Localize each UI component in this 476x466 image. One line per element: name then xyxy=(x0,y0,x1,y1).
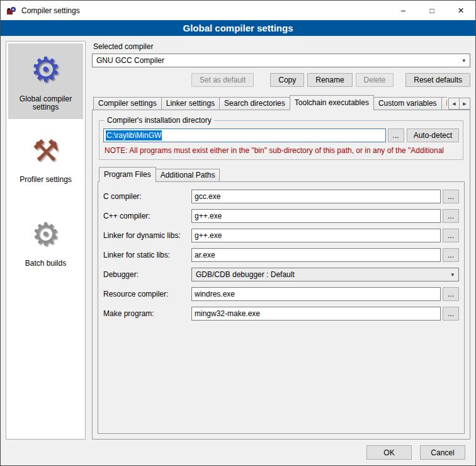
ok-button[interactable]: OK xyxy=(366,445,412,460)
c-compiler-label: C compiler: xyxy=(103,192,191,201)
form-row-cpp-compiler: C++ compiler: ... xyxy=(103,209,459,223)
program-files-panel: C compiler: ... C++ compiler: ... Linker… xyxy=(98,181,465,434)
copy-button[interactable]: Copy xyxy=(270,73,304,87)
selected-compiler-dropdown[interactable]: GNU GCC Compiler ▾ xyxy=(92,54,470,67)
bin-subdirectory-note: NOTE: All programs must exist either in … xyxy=(105,146,459,155)
titlebar: Compiler settings − □ × xyxy=(1,1,475,20)
sidebar-item-batch-builds[interactable]: ⚙ Batch builds xyxy=(8,208,83,275)
close-button[interactable]: × xyxy=(446,1,475,20)
cpp-compiler-label: C++ compiler: xyxy=(103,212,191,220)
sidebar-item-label: Batch builds xyxy=(25,259,66,268)
selected-compiler-value: GNU GCC Compiler xyxy=(96,56,458,65)
tab-scroll-right-button[interactable]: ▶ xyxy=(459,98,470,110)
subtab-additional-paths[interactable]: Additional Paths xyxy=(156,169,220,181)
installation-directory-row: C:\raylib\MinGW ... Auto-detect xyxy=(103,128,459,142)
form-row-linker-dynamic: Linker for dynamic libs: ... xyxy=(103,229,459,242)
make-program-input[interactable] xyxy=(191,307,441,321)
sidebar: ⚙ Global compiler settings ⚒ Profiler se… xyxy=(6,41,86,440)
rename-button[interactable]: Rename xyxy=(307,73,352,87)
dialog-footer: OK Cancel xyxy=(1,440,475,465)
window-controls: − □ × xyxy=(388,1,475,20)
resource-compiler-label: Resource compiler: xyxy=(103,290,191,298)
c-compiler-browse-button[interactable]: ... xyxy=(443,190,459,203)
arrow-left-icon: ◀ xyxy=(452,101,455,106)
subtab-program-files[interactable]: Program Files xyxy=(99,167,156,182)
form-row-make-program: Make program: ... xyxy=(103,307,459,321)
sidebar-item-global-compiler-settings[interactable]: ⚙ Global compiler settings xyxy=(8,43,83,119)
linker-static-label: Linker for static libs: xyxy=(103,251,191,259)
dialog-body: ⚙ Global compiler settings ⚒ Profiler se… xyxy=(1,36,475,440)
close-icon: × xyxy=(458,4,464,17)
cancel-button[interactable]: Cancel xyxy=(420,445,465,460)
cpp-compiler-input[interactable] xyxy=(191,209,441,223)
installation-directory-group-title: Compiler's installation directory xyxy=(105,116,214,125)
batch-builds-icon: ⚙ xyxy=(31,213,60,256)
installation-directory-input[interactable]: C:\raylib\MinGW xyxy=(103,128,386,142)
form-row-debugger: Debugger: GDB/CDB debugger : Default ▾ xyxy=(103,268,459,281)
chevron-down-icon: ▾ xyxy=(451,271,454,278)
tab-scroll-left-button[interactable]: ◀ xyxy=(448,98,460,110)
installation-directory-value: C:\raylib\MinGW xyxy=(106,130,162,140)
linker-dynamic-label: Linker for dynamic libs: xyxy=(103,231,191,240)
installation-directory-group: Compiler's installation directory C:\ray… xyxy=(99,120,463,160)
debugger-value: GDB/CDB debugger : Default xyxy=(196,270,447,279)
debugger-label: Debugger: xyxy=(103,270,191,279)
settings-tabbar: Compiler settings Linker settings Search… xyxy=(92,95,470,110)
tab-linker-settings[interactable]: Linker settings xyxy=(161,97,220,110)
settings-tabs: Compiler settings Linker settings Search… xyxy=(92,95,447,110)
form-row-resource-compiler: Resource compiler: ... xyxy=(103,287,459,301)
compiler-button-row: Set as default Copy Rename Delete Reset … xyxy=(92,73,470,87)
program-files-tabbar: Program Files Additional Paths xyxy=(98,167,465,182)
program-files-tabs: Program Files Additional Paths xyxy=(98,167,465,182)
tab-compiler-settings[interactable]: Compiler settings xyxy=(93,97,162,110)
tab-search-directories[interactable]: Search directories xyxy=(219,97,290,110)
compiler-settings-window: Compiler settings − □ × Global compiler … xyxy=(0,0,476,466)
tab-build-options[interactable]: Builc xyxy=(441,97,447,110)
selected-compiler-label: Selected compiler xyxy=(93,42,470,51)
linker-dynamic-browse-button[interactable]: ... xyxy=(443,229,459,242)
linker-dynamic-input[interactable] xyxy=(191,229,441,242)
form-row-linker-static: Linker for static libs: ... xyxy=(103,248,459,262)
set-as-default-button[interactable]: Set as default xyxy=(191,73,254,87)
tab-toolchain-executables[interactable]: Toolchain executables xyxy=(290,95,374,110)
resource-compiler-browse-button[interactable]: ... xyxy=(443,287,459,301)
sidebar-item-label: Profiler settings xyxy=(20,176,72,184)
chevron-down-icon: ▾ xyxy=(462,57,465,64)
window-icon xyxy=(6,6,16,16)
tab-custom-variables[interactable]: Custom variables xyxy=(373,97,442,110)
c-compiler-input[interactable] xyxy=(191,190,441,203)
resource-compiler-input[interactable] xyxy=(191,287,441,301)
toolchain-executables-panel: Compiler's installation directory C:\ray… xyxy=(92,110,470,440)
minimize-button[interactable]: − xyxy=(388,1,417,20)
maximize-button[interactable]: □ xyxy=(417,1,446,20)
arrow-right-icon: ▶ xyxy=(463,101,466,106)
global-compiler-settings-icon: ⚙ xyxy=(30,48,60,91)
profiler-settings-icon: ⚒ xyxy=(32,129,59,172)
sidebar-item-profiler-settings[interactable]: ⚒ Profiler settings xyxy=(8,124,83,191)
maximize-icon: □ xyxy=(429,6,434,15)
sidebar-item-label: Global compiler settings xyxy=(9,95,82,111)
cpp-compiler-browse-button[interactable]: ... xyxy=(443,209,459,223)
dialog-header: Global compiler settings xyxy=(1,20,475,36)
minimize-icon: − xyxy=(400,6,405,16)
tab-scroll-buttons: ◀ ▶ xyxy=(449,98,470,110)
auto-detect-button[interactable]: Auto-detect xyxy=(407,128,459,142)
main-content: Selected compiler GNU GCC Compiler ▾ Set… xyxy=(92,41,470,440)
installation-directory-browse-button[interactable]: ... xyxy=(388,128,404,142)
reset-defaults-button[interactable]: Reset defaults xyxy=(405,73,470,87)
linker-static-input[interactable] xyxy=(191,248,441,262)
dialog-header-title: Global compiler settings xyxy=(183,23,293,33)
form-row-c-compiler: C compiler: ... xyxy=(103,190,459,203)
linker-static-browse-button[interactable]: ... xyxy=(443,248,459,262)
make-program-browse-button[interactable]: ... xyxy=(443,307,459,321)
debugger-select[interactable]: GDB/CDB debugger : Default ▾ xyxy=(191,268,459,281)
make-program-label: Make program: xyxy=(103,309,191,318)
delete-button[interactable]: Delete xyxy=(356,73,394,87)
window-title: Compiler settings xyxy=(21,6,80,15)
